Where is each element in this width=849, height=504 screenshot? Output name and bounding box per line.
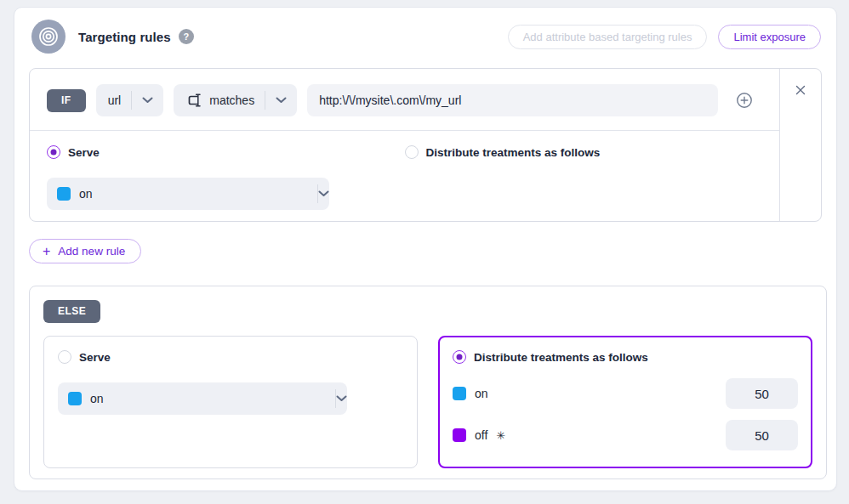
radio-selected-icon xyxy=(453,350,466,364)
else-distribute-radio[interactable]: Distribute treatments as follows xyxy=(453,350,648,364)
else-serve-radio-label: Serve xyxy=(79,351,111,364)
chevron-down-icon xyxy=(265,97,297,104)
rule-condition-row: IF url matches xyxy=(30,69,779,130)
treatment-select[interactable]: on xyxy=(47,178,329,210)
page-title: Targeting rules xyxy=(78,30,171,44)
remove-rule-icon[interactable] xyxy=(795,84,806,99)
add-new-rule-button[interactable]: + Add new rule xyxy=(29,239,141,263)
rule-actions-column xyxy=(779,69,821,221)
matcher-select[interactable]: matches xyxy=(174,84,297,116)
add-attribute-rules-button[interactable]: Add attribute based targeting rules xyxy=(508,25,708,49)
rule-serve-section: Serve Distribute treatments as follows o… xyxy=(30,131,779,210)
percentage-input-on[interactable] xyxy=(726,378,798,409)
chevron-down-icon xyxy=(336,395,347,402)
distribute-radio[interactable]: Distribute treatments as follows xyxy=(405,145,601,159)
else-serve-card: Serve on xyxy=(43,336,418,468)
radio-unselected-icon xyxy=(58,350,71,364)
string-type-icon xyxy=(185,92,203,109)
attribute-select-value: url xyxy=(108,93,132,107)
radio-unselected-icon xyxy=(405,145,419,159)
default-treatment-icon: ✳ xyxy=(496,429,505,442)
serve-radio[interactable]: Serve xyxy=(47,145,100,159)
treatment-select-value: on xyxy=(79,187,93,201)
distribution-row-off: off ✳ xyxy=(453,420,798,450)
distribute-radio-label: Distribute treatments as follows xyxy=(426,146,601,159)
target-icon xyxy=(31,20,66,54)
radio-selected-icon xyxy=(47,145,60,159)
treatment-name: off xyxy=(475,428,487,442)
attribute-select[interactable]: url xyxy=(96,84,164,116)
plus-icon: + xyxy=(43,245,50,258)
treatment-color-swatch xyxy=(57,187,71,201)
else-treatment-select[interactable]: on xyxy=(58,382,347,415)
else-section: ELSE Serve on xyxy=(29,286,827,479)
else-distribute-card: Distribute treatments as follows on off … xyxy=(438,336,812,468)
distribution-row-on: on xyxy=(453,378,798,409)
treatment-color-swatch xyxy=(68,392,82,405)
targeting-rule-card: IF url matches xyxy=(29,68,822,222)
match-pattern-input[interactable] xyxy=(307,84,718,116)
treatment-color-swatch xyxy=(453,387,466,400)
else-badge: ELSE xyxy=(43,300,100,323)
limit-exposure-button[interactable]: Limit exposure xyxy=(718,25,821,49)
else-treatment-select-value: on xyxy=(90,392,104,405)
targeting-rules-panel: Targeting rules ? Add attribute based ta… xyxy=(14,7,837,491)
treatment-color-swatch xyxy=(453,428,466,442)
rule-main-area: IF url matches xyxy=(30,69,779,221)
chevron-down-icon xyxy=(318,190,329,197)
treatment-name: on xyxy=(475,387,488,400)
percentage-input-off[interactable] xyxy=(726,420,798,450)
add-condition-icon[interactable] xyxy=(735,91,754,110)
add-new-rule-label: Add new rule xyxy=(58,245,125,258)
else-distribute-radio-label: Distribute treatments as follows xyxy=(474,351,648,364)
else-serve-radio[interactable]: Serve xyxy=(58,350,111,364)
serve-radio-label: Serve xyxy=(68,146,100,159)
matcher-select-value: matches xyxy=(209,93,265,107)
help-icon[interactable]: ? xyxy=(179,29,194,44)
if-badge: IF xyxy=(47,89,86,112)
chevron-down-icon xyxy=(132,97,163,104)
panel-header: Targeting rules ? Add attribute based ta… xyxy=(14,8,836,64)
